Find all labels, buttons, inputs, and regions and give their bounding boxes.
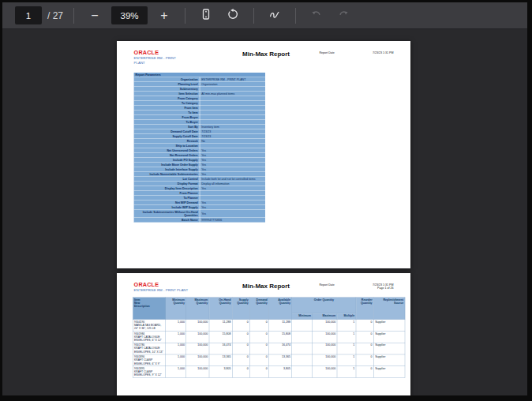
replenishment-source-cell: Supplier [373,343,405,354]
pdf-page-1: ORACLE ENTERPRISE RM - PRINT PLANT Min-M… [117,41,410,268]
redo-button[interactable] [333,6,354,26]
item-cell: 9304190 MANILA TAG BOARD, 24" X 36", 125… [133,320,166,332]
zoom-out-button[interactable]: − [84,6,105,26]
quantity-cell: 100,000 [313,354,337,366]
col-header-order-multiple: Multiple [337,313,356,320]
col-header-order-qty-group: Order Quantity [292,298,356,313]
report-date-label: Report Date [319,51,334,54]
quantity-cell [292,343,313,354]
report-parameters-table: Report Parameters OrganizationENTERPRISE… [134,73,265,223]
quantity-cell: 1,000 [166,320,186,332]
quantity-cell: 0 [250,331,269,343]
quantity-cell: 0 [250,320,269,332]
quantity-cell: 0 [232,354,249,366]
quantity-cell: 100,000 [186,320,209,332]
document-viewport[interactable]: ORACLE ENTERPRISE RM - PRINT PLANT Min-M… [2,29,527,395]
organization-name: ENTERPRISE RM - PRINT PLANT [134,288,213,293]
quantity-cell: 1 [337,331,356,343]
quantity-cell: 1 [337,354,356,366]
quantity-cell: 1 [337,320,356,332]
quantity-cell: 0 [250,354,269,366]
param-row: Batch Name9999947770836 [134,218,265,223]
quantity-cell: 0 [356,354,373,366]
oracle-logo: ORACLE [134,281,213,287]
col-header-onhand-qty: On-Hand Quantity [209,298,232,320]
quantity-cell: 13,365 [209,354,232,366]
col-header-min-qty: Minimum Quantity [166,298,186,320]
item-cell: 9301984 KRAFT CATALOGUE ENVELOPES, 6" X … [133,331,166,343]
quantity-cell: 3,805 [209,366,232,378]
page-count-label: Page 1 of 26 [319,287,393,290]
param-value: 9999947770836 [200,218,265,223]
quantity-cell: 1 [337,343,356,354]
quantity-cell: 11,288 [269,320,292,332]
oracle-logo: ORACLE [134,49,213,55]
quantity-cell: 15,808 [209,331,232,343]
page-number-input[interactable] [15,6,42,24]
quantity-cell: 1,000 [166,343,186,354]
param-label: Include Subinventories Without On-Hand Q… [134,210,200,218]
quantity-cell: 16,474 [209,343,232,354]
quantity-cell: 0 [356,331,373,343]
rotate-button[interactable] [223,6,243,26]
col-header-max-qty: Maximum Quantity [186,298,209,320]
quantity-cell: 100,000 [313,331,337,343]
param-value: Yes [200,210,265,218]
minmax-table-body: 9304190 MANILA TAG BOARD, 24" X 36", 125… [133,320,405,378]
pdf-page-2: ORACLE ENTERPRISE RM - PRINT PLANT Min-M… [117,273,410,395]
pdf-toolbar: / 27 − + [2,2,527,29]
draw-icon [268,8,281,23]
quantity-cell [292,320,313,332]
pdf-viewer-window: / 27 − + [0,0,532,401]
redo-icon [337,8,350,23]
report-title: Min-Max Report [213,281,320,292]
organization-name: ENTERPRISE RM - PRINT PLANT [134,56,185,65]
col-header-available-qty: Available Quantity [269,298,292,320]
page-total-label: / 27 [47,10,63,21]
draw-button[interactable] [264,6,285,26]
quantity-cell: 1 [337,366,356,378]
quantity-cell: 11,288 [209,320,232,332]
report-title: Min-Max Report [213,49,320,65]
report-date-value: 7/23/23 1:31 PM [373,51,393,54]
table-row: 9304190 MANILA TAG BOARD, 24" X 36", 125… [133,320,405,332]
col-header-supply-qty: Supply Quantity [232,298,249,320]
toolbar-divider [73,8,74,24]
zoom-in-button[interactable]: + [154,6,174,26]
item-cell: 9301895 KRAFT CLASP ENVELOPES, 9" X 12" [133,366,166,378]
col-header-order-max: Maximum [313,313,337,320]
quantity-cell: 1,000 [166,366,186,378]
undo-button[interactable] [306,6,327,26]
quantity-cell: 13,365 [269,354,292,366]
rotate-counterclockwise-icon [227,8,239,23]
quantity-cell: 100,000 [313,320,337,332]
fit-to-page-icon [200,8,212,23]
quantity-cell: 0 [232,331,249,343]
replenishment-source-cell: Supplier [373,354,405,366]
quantity-cell: 100,000 [313,343,337,354]
quantity-cell: 0 [250,366,269,378]
quantity-cell: 100,000 [186,343,209,354]
quantity-cell: 0 [356,366,373,378]
minmax-table: Item New Description Minimum Quantity Ma… [133,297,405,377]
quantity-cell: 1,000 [166,331,186,343]
quantity-cell: 100,000 [186,366,209,378]
item-cell: 9301890 KRAFT CLASP ENVELOPES, 6" X 9" [133,354,166,366]
col-header-replenishment-source: Replenishment Source [373,298,405,320]
fit-to-page-button[interactable] [196,6,216,26]
replenishment-source-cell: Supplier [373,320,405,332]
quantity-cell: 1,000 [166,354,186,366]
quantity-cell: 0 [232,320,249,332]
replenishment-source-cell: Supplier [373,331,405,343]
quantity-cell [292,366,313,378]
toolbar-divider [185,8,185,24]
quantity-cell: 0 [250,343,269,354]
quantity-cell: 0 [356,343,373,354]
zoom-level-input[interactable] [111,6,148,24]
col-header-reorder-qty: Reorder Quantity [356,298,373,320]
col-header-order-min: Minimum [292,313,313,320]
param-row: Include Subinventories Without On-Hand Q… [134,210,265,218]
quantity-cell: 0 [232,343,249,354]
table-row: 9301895 KRAFT CLASP ENVELOPES, 9" X 12"1… [133,366,405,378]
table-row: 9301984 KRAFT CATALOGUE ENVELOPES, 6" X … [133,331,405,343]
